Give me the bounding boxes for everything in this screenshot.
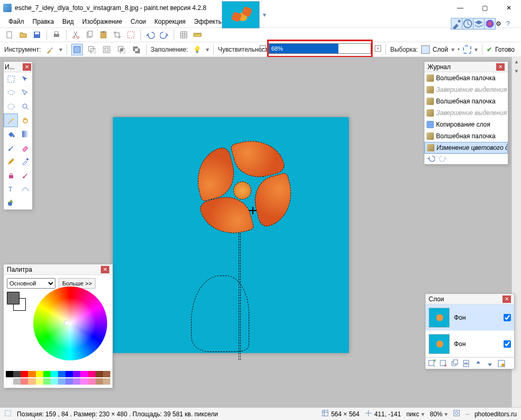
selection-shape-icon[interactable]	[463, 45, 471, 54]
copy-icon[interactable]	[84, 30, 95, 40]
menu-adjust[interactable]: Коррекция	[150, 17, 190, 26]
open-icon[interactable]	[18, 30, 29, 40]
palette-close-icon[interactable]: ✕	[101, 266, 109, 273]
tool-move-selection[interactable]	[18, 72, 32, 86]
palette-swatch[interactable]	[103, 378, 110, 385]
palette-swatch[interactable]	[73, 378, 80, 385]
tool-brush[interactable]	[4, 141, 18, 155]
tool-line[interactable]	[18, 182, 32, 196]
palette-swatch[interactable]	[6, 371, 13, 377]
paste-icon[interactable]	[98, 30, 109, 40]
colors-panel-toggle[interactable]	[484, 18, 496, 30]
palette-swatch[interactable]	[51, 371, 58, 377]
print-icon[interactable]	[51, 30, 62, 40]
menu-edit[interactable]: Правка	[29, 17, 59, 26]
history-item[interactable]: Волшебная палочка	[424, 130, 508, 142]
palette-swatch[interactable]	[88, 371, 96, 377]
document-thumb[interactable]	[222, 1, 260, 28]
palette-swatch[interactable]	[28, 378, 35, 385]
history-list[interactable]: Волшебная палочкаЗавершение выделения па…	[424, 72, 508, 154]
palette-swatch[interactable]	[58, 378, 65, 385]
tool-pan[interactable]	[18, 113, 32, 127]
tool-pencil[interactable]	[4, 155, 18, 168]
sampling-value[interactable]: Слой	[433, 46, 448, 53]
history-redo-icon[interactable]	[439, 155, 447, 164]
menu-file[interactable]: Файл	[4, 17, 29, 26]
selmode-replace[interactable]	[71, 44, 83, 55]
layer-moveup-icon[interactable]	[474, 359, 482, 368]
menu-image[interactable]: Изображение	[78, 17, 127, 26]
layers-close-icon[interactable]: ✕	[503, 295, 511, 303]
layer-visibility-checkbox[interactable]	[504, 340, 511, 348]
grid-icon[interactable]	[178, 30, 189, 40]
crop-icon[interactable]	[112, 30, 122, 40]
menu-layers[interactable]: Слои	[126, 17, 150, 26]
history-item[interactable]: Волшебная палочка	[424, 96, 508, 107]
history-close-icon[interactable]: ✕	[496, 63, 505, 71]
palette-swatch[interactable]	[43, 371, 51, 377]
tolerance-increment[interactable]: +	[375, 45, 381, 52]
tool-move[interactable]	[18, 86, 32, 100]
foreground-swatch[interactable]	[7, 292, 20, 304]
thumb-dropdown-icon[interactable]: ▾	[263, 11, 266, 18]
palette-swatch[interactable]	[96, 371, 103, 377]
palette-swatch[interactable]	[36, 378, 43, 385]
palette-swatch[interactable]	[28, 371, 35, 377]
history-panel-toggle[interactable]	[462, 18, 473, 30]
selmode-add[interactable]	[86, 44, 98, 55]
palette-strip-2[interactable]	[6, 378, 110, 385]
history-item[interactable]: Волшебная палочка	[424, 72, 508, 84]
tool-clone[interactable]	[4, 168, 18, 182]
tolerance-decrement[interactable]: −	[260, 45, 266, 52]
history-item[interactable]: Копирование слоя	[424, 119, 508, 130]
palette-swatch[interactable]	[21, 378, 28, 385]
palette-swatch[interactable]	[51, 378, 58, 385]
palette-swatch[interactable]	[21, 371, 28, 377]
layer-visibility-checkbox[interactable]	[504, 314, 511, 321]
tools-close-icon[interactable]: ✕	[23, 63, 31, 71]
tool-picker-icon[interactable]	[44, 44, 56, 55]
palette-swatch[interactable]	[58, 371, 65, 377]
layer-mergedown-icon[interactable]	[462, 359, 471, 368]
maximize-button[interactable]: ▢	[472, 0, 497, 16]
canvas[interactable]	[113, 117, 349, 353]
minimize-button[interactable]: ―	[448, 0, 472, 16]
palette-swatch[interactable]	[80, 378, 88, 385]
close-button[interactable]: ✕	[497, 0, 521, 16]
finish-button[interactable]: Готово	[495, 46, 515, 53]
tool-zoom[interactable]	[18, 100, 32, 113]
palette-swatch[interactable]	[73, 371, 80, 377]
history-undo-icon[interactable]	[428, 155, 435, 164]
tool-eraser[interactable]	[18, 141, 32, 155]
tool-fill[interactable]	[4, 127, 18, 141]
palette-mode-select[interactable]: Основной	[7, 278, 55, 289]
tool-recolor[interactable]	[18, 168, 32, 182]
layer-properties-icon[interactable]	[497, 359, 506, 368]
tool-gradient[interactable]	[18, 127, 32, 141]
color-wheel[interactable]	[33, 287, 107, 360]
history-item[interactable]: Изменение цветового диапазона	[424, 142, 508, 154]
history-item[interactable]: Завершение выделения палочкой	[424, 84, 508, 96]
tool-lasso[interactable]	[4, 86, 18, 100]
palette-swatch[interactable]	[103, 371, 110, 377]
undo-icon[interactable]	[145, 30, 156, 40]
status-unit[interactable]: пикс	[406, 411, 420, 418]
tolerance-slider[interactable]: 68%	[269, 43, 371, 54]
layer-row[interactable]: Фон	[425, 304, 514, 331]
floodmode-icon[interactable]: 💡	[191, 44, 203, 55]
history-item[interactable]: Завершение выделения палочкой	[424, 107, 508, 119]
cut-icon[interactable]	[71, 30, 81, 40]
layer-movedown-icon[interactable]	[486, 359, 494, 368]
new-icon[interactable]	[4, 30, 15, 40]
layer-row[interactable]: Фон	[425, 331, 514, 357]
tool-shapes[interactable]	[4, 196, 18, 209]
scroll-up-icon[interactable]: ▲	[512, 57, 521, 66]
palette-swatch[interactable]	[65, 371, 73, 377]
palette-swatch[interactable]	[6, 378, 13, 385]
palette-swatch[interactable]	[80, 371, 88, 377]
status-zoom-fit-icon[interactable]	[453, 409, 460, 418]
palette-swatch[interactable]	[88, 378, 96, 385]
fgbg-swatches[interactable]	[7, 292, 20, 304]
status-zoom[interactable]: 80%	[430, 411, 442, 418]
palette-swatch[interactable]	[96, 378, 103, 385]
